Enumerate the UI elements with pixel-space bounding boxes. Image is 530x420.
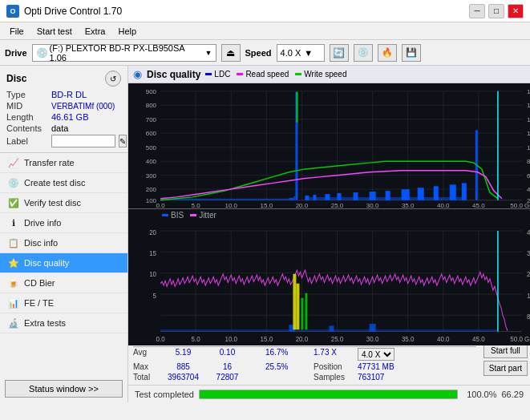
svg-text:4X: 4X — [527, 186, 530, 193]
max-blank — [249, 362, 265, 371]
speed-value: 4.0 X — [281, 48, 301, 58]
svg-rect-63 — [434, 186, 439, 200]
svg-rect-62 — [418, 188, 424, 200]
disc-refresh-icon[interactable]: ↺ — [105, 71, 121, 87]
svg-text:16%: 16% — [527, 291, 530, 300]
speed-dropdown-arrow: ▼ — [304, 48, 313, 58]
drive-select[interactable]: 💿 (F:) PLEXTOR BD-R PX-LB950SA 1.06 ▼ — [32, 44, 216, 62]
speed-input-row: 4.0 X 2.0 X 8.0 X — [358, 348, 422, 361]
burn-button[interactable]: 🔥 — [378, 44, 397, 62]
svg-rect-61 — [402, 189, 410, 200]
chart-title: Disc quality — [147, 69, 200, 80]
read-speed-color — [237, 73, 243, 75]
jitter-legend-label: Jitter — [199, 211, 216, 220]
svg-text:400: 400 — [146, 158, 157, 165]
disc-label-row: Label ✎ — [6, 135, 121, 147]
nav-label-disc-quality: Disc quality — [24, 258, 69, 268]
right-content: ◉ Disc quality LDC Read speed Write spee… — [128, 66, 530, 402]
svg-text:10X: 10X — [527, 144, 530, 151]
svg-text:10.0: 10.0 — [225, 203, 237, 208]
refresh-button[interactable]: 🔄 — [330, 44, 349, 62]
transfer-rate-icon: 📈 — [8, 157, 19, 168]
lower-chart-legend: BIS Jitter — [128, 209, 530, 221]
disc-mid-label: MID — [6, 101, 48, 111]
status-value: 66.29 — [501, 390, 524, 399]
nav-label-cd-bier: CD Bier — [24, 278, 55, 288]
sidebar-item-create-test-disc[interactable]: 💿 Create test disc — [0, 173, 127, 193]
sidebar-item-verify-test-disc[interactable]: ✅ Verify test disc — [0, 193, 127, 213]
svg-rect-107 — [370, 323, 376, 331]
position-label: Position — [314, 362, 358, 371]
svg-text:16X: 16X — [527, 102, 530, 109]
write-speed-color — [295, 73, 301, 75]
svg-text:15.0: 15.0 — [261, 333, 273, 342]
svg-text:10: 10 — [149, 269, 156, 278]
svg-rect-51 — [293, 196, 295, 200]
svg-text:15: 15 — [149, 248, 156, 257]
total-bis: 72807 — [205, 373, 249, 382]
drive-value: (F:) PLEXTOR BD-R PX-LB950SA 1.06 — [50, 43, 204, 63]
svg-text:25.0: 25.0 — [331, 333, 344, 342]
svg-rect-60 — [386, 191, 390, 200]
media-button[interactable]: 💿 — [354, 44, 373, 62]
svg-rect-50 — [289, 198, 293, 200]
start-part-button[interactable]: Start part — [483, 361, 528, 376]
avg-label: Avg — [133, 348, 161, 361]
disc-mid-row: MID VERBATIMf (000) — [6, 101, 121, 111]
status-window-button[interactable]: Status window >> — [5, 380, 123, 398]
status-text: Test completed — [135, 390, 194, 399]
nav-label-verify-test-disc: Verify test disc — [24, 198, 81, 208]
sidebar-item-cd-bier[interactable]: 🍺 CD Bier — [0, 273, 127, 293]
nav-label-create-test-disc: Create test disc — [24, 178, 85, 188]
disc-quality-icon: ⭐ — [8, 257, 19, 269]
svg-rect-54 — [305, 196, 309, 200]
save-button[interactable]: 💾 — [402, 44, 421, 62]
max-label: Max — [133, 362, 161, 371]
menu-start-test[interactable]: Start test — [30, 25, 79, 38]
speed-select[interactable]: 4.0 X ▼ — [277, 44, 325, 62]
lower-chart-svg: 20 15 10 5 40% 32% 24% 16% 8% — [128, 221, 530, 346]
svg-text:18X: 18X — [527, 88, 530, 95]
svg-rect-55 — [313, 195, 316, 200]
svg-text:20.0: 20.0 — [296, 203, 309, 208]
total-blank2 — [265, 373, 314, 382]
total-blank — [249, 373, 265, 382]
sidebar-item-transfer-rate[interactable]: 📈 Transfer rate — [0, 153, 127, 173]
sidebar-item-fe-te[interactable]: 📊 FE / TE — [0, 293, 127, 313]
menu-help[interactable]: Help — [111, 25, 143, 38]
svg-rect-58 — [354, 192, 358, 200]
drive-label: Drive — [5, 48, 27, 58]
chart-header: ◉ Disc quality LDC Read speed Write spee… — [128, 66, 530, 83]
svg-rect-106 — [330, 325, 334, 331]
chart-legend: LDC Read speed Write speed — [205, 70, 346, 79]
disc-label-edit-btn[interactable]: ✎ — [119, 135, 127, 147]
avg-jitter: 16.7% — [265, 348, 314, 361]
sidebar-item-drive-info[interactable]: ℹ Drive info — [0, 213, 127, 233]
eject-button[interactable]: ⏏ — [221, 44, 241, 62]
menu-file[interactable]: File — [3, 25, 30, 38]
svg-rect-109 — [296, 283, 299, 329]
title-bar-left: O Opti Drive Control 1.70 — [6, 5, 122, 18]
sidebar-item-disc-info[interactable]: 📋 Disc info — [0, 233, 127, 253]
svg-text:700: 700 — [146, 116, 157, 123]
close-button[interactable]: ✕ — [508, 4, 524, 18]
sidebar-item-extra-tests[interactable]: 🔬 Extra tests — [0, 313, 127, 333]
progress-percent: 100.0% — [463, 390, 496, 399]
max-jitter: 25.5% — [265, 362, 314, 371]
ldc-color — [205, 73, 212, 75]
svg-rect-110 — [301, 297, 303, 329]
svg-text:40.0: 40.0 — [437, 333, 450, 342]
nav-label-disc-info: Disc info — [24, 238, 58, 248]
svg-rect-64 — [450, 184, 456, 200]
disc-label-input[interactable] — [51, 135, 115, 147]
minimize-button[interactable]: ─ — [469, 4, 485, 18]
maximize-button[interactable]: □ — [488, 4, 504, 18]
menu-extra[interactable]: Extra — [79, 25, 112, 38]
upper-chart-svg: 900 800 700 600 500 400 300 200 100 18X … — [128, 83, 530, 208]
verify-test-disc-icon: ✅ — [8, 197, 19, 208]
legend-ldc-label: LDC — [214, 70, 230, 79]
bis-legend-label: BIS — [171, 211, 184, 220]
sidebar-item-disc-quality[interactable]: ⭐ Disc quality — [0, 253, 127, 273]
disc-title: Disc — [6, 73, 26, 84]
speed-input-select[interactable]: 4.0 X 2.0 X 8.0 X — [358, 348, 394, 361]
